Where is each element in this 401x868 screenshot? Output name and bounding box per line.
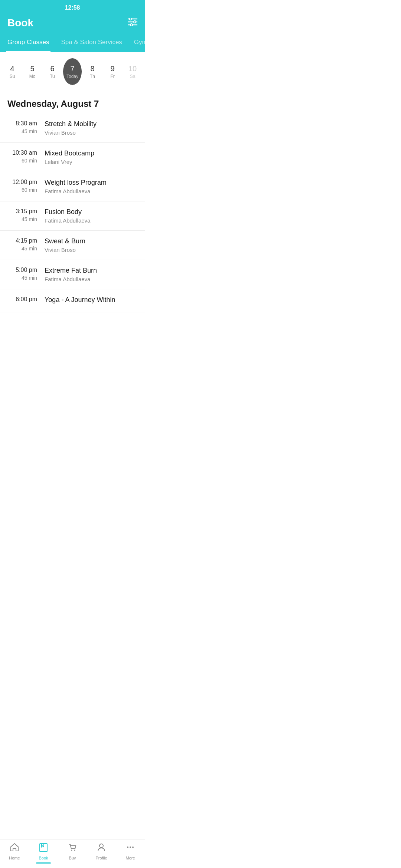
date-item-5[interactable]: 5 Mo [23, 58, 42, 85]
svg-point-4 [134, 21, 136, 23]
status-bar: 12:58 [0, 0, 145, 14]
date-item-9[interactable]: 9 Fr [103, 58, 122, 85]
page-title: Book [7, 17, 33, 29]
svg-point-5 [130, 24, 133, 26]
filter-icon[interactable] [128, 18, 137, 28]
tab-group-classes[interactable]: Group Classes [6, 35, 50, 52]
class-list: 8:30 am 45 min Stretch & Mobility Vivian… [0, 114, 145, 342]
class-item-fusion-body[interactable]: 3:15 pm 45 min Fusion Body Fatima Abdull… [0, 201, 145, 231]
class-item-stretch-mobility[interactable]: 8:30 am 45 min Stretch & Mobility Vivian… [0, 114, 145, 143]
date-picker: 4 Su 5 Mo 6 Tu 7 Today 8 Th 9 Fr 10 Sa [0, 52, 145, 91]
status-time: 12:58 [65, 4, 80, 11]
date-item-10[interactable]: 10 Sa [123, 58, 142, 85]
date-item-7-today[interactable]: 7 Today [63, 58, 82, 85]
date-item-8[interactable]: 8 Th [83, 58, 102, 85]
svg-point-3 [129, 18, 131, 20]
class-item-mixed-bootcamp[interactable]: 10:30 am 60 min Mixed Bootcamp Lelani Vr… [0, 143, 145, 172]
class-item-yoga-journey[interactable]: 6:00 pm Yoga - A Journey Within [0, 289, 145, 312]
date-item-6[interactable]: 6 Tu [43, 58, 62, 85]
tabs-container: Group Classes Spa & Salon Services Gym S [0, 35, 145, 52]
tab-gym[interactable]: Gym S [133, 35, 145, 52]
date-heading: Wednesday, August 7 [0, 91, 145, 114]
class-item-weight-loss[interactable]: 12:00 pm 60 min Weight loss Program Fati… [0, 172, 145, 201]
class-item-extreme-fat-burn[interactable]: 5:00 pm 45 min Extreme Fat Burn Fatima A… [0, 260, 145, 289]
date-item-4[interactable]: 4 Su [3, 58, 22, 85]
tab-spa-salon[interactable]: Spa & Salon Services [59, 35, 123, 52]
class-item-sweat-burn[interactable]: 4:15 pm 45 min Sweat & Burn Vivian Broso [0, 231, 145, 260]
header: Book [0, 14, 145, 35]
